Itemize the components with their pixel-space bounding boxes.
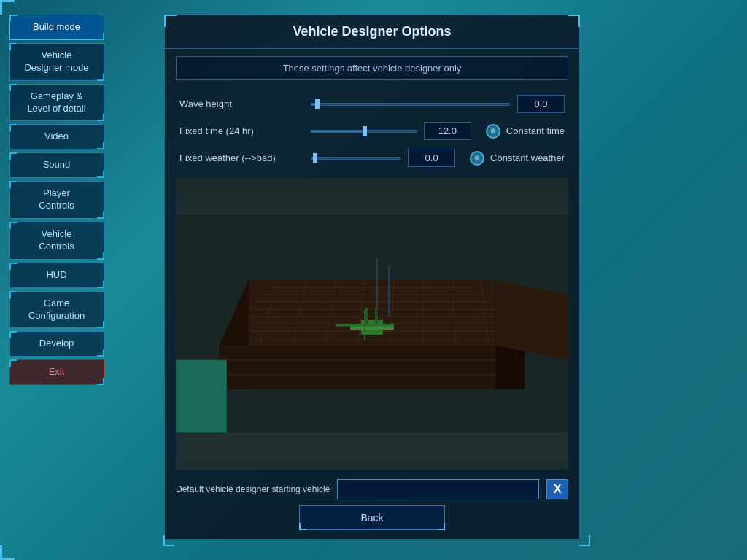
sidebar-item-hud[interactable]: HUD	[9, 262, 104, 288]
main-panel: Vehicle Designer Options These settings …	[164, 15, 580, 540]
sidebar-item-vehicle-designer[interactable]: VehicleDesigner mode	[9, 43, 104, 81]
sidebar-item-develop[interactable]: Develop	[9, 331, 104, 357]
svg-marker-1	[220, 280, 525, 346]
panel-corner-bl	[163, 535, 174, 546]
constant-time-icon: ❄	[486, 124, 500, 139]
dock-svg	[176, 178, 568, 470]
sidebar-corner-tl	[0, 0, 15, 15]
sidebar-item-gameplay[interactable]: Gameplay &Level of detail	[9, 84, 104, 122]
info-bar: These settings affect vehicle designer o…	[176, 56, 568, 80]
fixed-weather-value[interactable]: 0.0	[408, 149, 455, 167]
constant-weather-checkbox[interactable]: ❄ Constant weather	[470, 151, 565, 166]
fixed-time-options: ❄ Constant time	[486, 124, 565, 139]
fixed-time-label: Fixed time (24 hr)	[179, 125, 303, 136]
wave-height-slider[interactable]	[311, 97, 510, 112]
sidebar-corner-bl	[0, 545, 15, 560]
wave-height-label: Wave height	[179, 98, 303, 109]
panel-title: Vehicle Designer Options	[165, 15, 579, 49]
svg-rect-29	[376, 258, 378, 316]
fixed-weather-slider[interactable]	[311, 151, 400, 166]
3d-viewport	[176, 178, 568, 470]
fixed-time-slider[interactable]	[311, 124, 417, 139]
sidebar-item-exit[interactable]: Exit	[9, 359, 104, 385]
back-button[interactable]: Back	[299, 505, 445, 530]
wave-height-row: Wave height 0.0	[179, 95, 565, 113]
vehicle-row: Default vehicle designer starting vehicl…	[176, 479, 568, 499]
sidebar-item-sound[interactable]: Sound	[9, 152, 104, 178]
svg-rect-32	[176, 360, 227, 433]
sidebar: Build mode VehicleDesigner mode Gameplay…	[0, 0, 113, 560]
svg-rect-30	[388, 265, 390, 316]
constant-time-checkbox[interactable]: ❄ Constant time	[486, 124, 565, 139]
fixed-weather-label: Fixed weather (-->bad)	[179, 152, 303, 163]
clear-vehicle-button[interactable]: X	[546, 479, 568, 499]
vehicle-input[interactable]	[337, 479, 539, 499]
fixed-time-row: Fixed time (24 hr) 12.0 ❄ Constant time	[179, 122, 565, 140]
fixed-weather-row: Fixed weather (-->bad) 0.0 ❄ Constant we…	[179, 149, 565, 167]
sidebar-item-game-config[interactable]: GameConfiguration	[9, 291, 104, 329]
fixed-weather-options: ❄ Constant weather	[470, 151, 565, 166]
constant-weather-icon: ❄	[470, 151, 484, 166]
panel-corner-br	[579, 535, 590, 546]
sidebar-item-video[interactable]: Video	[9, 124, 104, 149]
sidebar-item-build-mode[interactable]: Build mode	[9, 15, 104, 40]
bottom-area: Default vehicle designer starting vehicl…	[165, 473, 579, 539]
dock-visual	[176, 178, 568, 470]
fixed-time-value[interactable]: 12.0	[424, 122, 471, 140]
sidebar-item-player-controls[interactable]: PlayerControls	[9, 181, 104, 219]
sidebar-item-vehicle-controls[interactable]: VehicleControls	[9, 222, 104, 260]
vehicle-label: Default vehicle designer starting vehicl…	[176, 484, 330, 494]
settings-area: Wave height 0.0 Fixed time (24 hr)	[165, 88, 579, 174]
svg-marker-19	[220, 346, 525, 389]
wave-height-value[interactable]: 0.0	[517, 95, 565, 113]
